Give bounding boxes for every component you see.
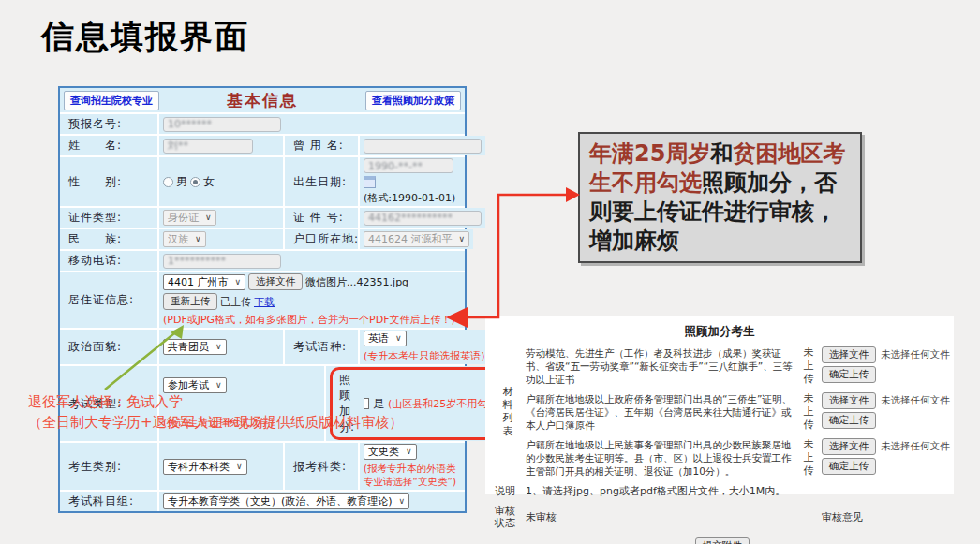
birth-input[interactable]: 1990-**-** [364, 158, 453, 173]
view-bonus-policy-button[interactable]: 查看照顾加分政策 [365, 91, 461, 110]
gender-female-radio[interactable] [190, 177, 200, 187]
language-select[interactable]: 英语∨ [364, 331, 407, 346]
id-no-cell: 44162********** [360, 208, 485, 228]
row-ethnic-household: 民 族: 汉族∨ 户口所在地: 441624 河源和平∨ [60, 229, 465, 249]
gender-male-radio[interactable] [163, 177, 173, 187]
choose-file-button[interactable]: 选择文件 [822, 346, 876, 363]
id-type-cell: 身份证∨ [159, 208, 283, 228]
row-gender-birth: 性 别: 男 女 出生日期: 1990-**-** (格式:1990-01-01… [60, 157, 465, 206]
material-row-status: 未上传 [800, 392, 817, 432]
residence-choose-file-button[interactable]: 选择文件 [248, 273, 303, 290]
materials-grid: 材料列表 劳动模范、先进生产（工作）者及科技进步（成果）奖获证书、省级“五一劳动… [495, 346, 944, 544]
id-type-label: 证件类型: [60, 208, 157, 228]
political-label: 政治面貌: [60, 330, 157, 364]
exam-group-select[interactable]: 专升本教育学类（文史）(政治、外语、教育理论)∨ [163, 493, 409, 509]
material-row-text: 户籍所在地地级以上民族事务管理部门出具的少数民族聚居地的少数民族考生证明等。县（… [526, 438, 795, 478]
subject-cat-cell: 文史类∨ (报考专升本的外语类专业请选择“文史类”) [360, 443, 465, 490]
language-note: (专升本考生只能选报英语) [364, 349, 485, 363]
material-row-status: 未上传 [800, 438, 817, 478]
chevron-down-icon: ∨ [406, 448, 412, 456]
birth-label: 出生日期: [285, 157, 358, 206]
veteran-note: 退役军人选择：免试入学 （全日制大专学历+退役军人证+现场提供纸质版材料审核） [28, 391, 403, 433]
choose-file-button[interactable]: 选择文件 [822, 438, 876, 455]
material-row-upload: 选择文件 未选择任何文件 确定上传 [822, 438, 950, 478]
mobile-label: 移动电话: [60, 251, 157, 271]
form-rows: 预报名号: 10****** 姓 名: 刘** 曾 用 名: 性 别: [60, 114, 465, 511]
chevron-down-icon: ∨ [235, 278, 242, 287]
residence-cell: 4401 广州市∨ 选择文件 微信图片...42351.jpg 重新上传 已上传… [159, 272, 465, 328]
callout-red-segment: 年满25周岁 [589, 140, 710, 167]
audit-status-label: 审核状态 [495, 505, 521, 529]
ethnic-cell: 汉族∨ [159, 229, 283, 249]
material-row-upload: 选择文件 未选择任何文件 确定上传 [822, 392, 950, 432]
form-title: 基本信息 [159, 90, 365, 111]
mobile-cell: 1********** [159, 251, 465, 271]
materials-note-label: 说明 [495, 484, 521, 498]
no-file-text: 未选择任何文件 [881, 394, 950, 407]
chevron-down-icon: ∨ [195, 235, 201, 243]
mobile-input[interactable]: 1********** [163, 254, 281, 269]
row-name: 姓 名: 刘** 曾 用 名: [60, 136, 465, 155]
candidate-cat-select[interactable]: 专科升本科类∨ [163, 459, 247, 475]
exam-group-label: 考试科目组: [60, 492, 157, 511]
birth-format-note: (格式:1990-01-01) [364, 191, 455, 205]
callout-black-segment: 和 [710, 140, 733, 167]
birth-cell: 1990-**-** (格式:1990-01-01) [360, 157, 465, 206]
former-name-label: 曾 用 名: [285, 136, 358, 155]
pre-reg-no-input[interactable]: 10****** [163, 117, 281, 132]
material-row-text: 劳动模范、先进生产（工作）者及科技进步（成果）奖获证书、省级“五一劳动奖章”“新… [526, 346, 795, 386]
gender-cell: 男 女 [159, 157, 283, 206]
confirm-upload-button[interactable]: 确定上传 [822, 366, 876, 383]
residence-label: 居住证信息: [60, 272, 157, 328]
confirm-upload-button[interactable]: 确定上传 [822, 412, 876, 429]
id-no-label: 证 件 号: [285, 208, 358, 228]
language-cell: 英语∨ (专升本考生只能选报英语) [360, 330, 489, 364]
household-select[interactable]: 441624 河源和平∨ [364, 231, 469, 247]
subject-cat-note: (报考专升本的外语类专业请选择“文史类”) [364, 463, 461, 489]
chevron-down-icon: ∨ [395, 334, 402, 343]
row-pre-reg-no: 预报名号: 10****** [60, 114, 465, 134]
candidate-cat-label: 考生类别: [60, 443, 157, 490]
gender-male-label: 男 [176, 174, 187, 190]
political-cell: 共青团员∨ [159, 330, 283, 364]
gender-female-label: 女 [203, 174, 215, 190]
name-cell: 刘** [159, 136, 283, 155]
row-candidate-subject: 考生类别: 专科升本科类∨ 报考科类: 文史类∨ (报考专升本的外语类专业请选择… [60, 443, 465, 490]
subject-cat-label: 报考科类: [285, 443, 358, 490]
former-name-input[interactable] [364, 139, 482, 154]
pre-reg-no-label: 预报名号: [60, 114, 157, 134]
gender-label: 性 别: [60, 157, 157, 206]
residence-city-select[interactable]: 4401 广州市∨ [163, 274, 245, 290]
political-select[interactable]: 共青团员∨ [163, 339, 227, 355]
materials-side-label: 材料列表 [495, 346, 521, 478]
subject-cat-select[interactable]: 文史类∨ [364, 444, 417, 460]
confirm-upload-button[interactable]: 确定上传 [822, 458, 876, 475]
calendar-icon[interactable] [364, 176, 376, 188]
material-row-text: 户籍所在地地级以上政府侨务管理部门出具的“三侨生”证明、《台湾居民居住证》、五年… [526, 392, 795, 432]
submit-row: 提交附件 [495, 537, 950, 544]
material-row-status: 未上传 [800, 346, 817, 386]
bonus-panel-title: 照顾加分考生 [495, 324, 944, 340]
row-exam-group: 考试科目组: 专升本教育学类（文史）(政治、外语、教育理论)∨ [60, 492, 465, 511]
name-input[interactable]: 刘** [163, 139, 253, 154]
chevron-down-icon: ∨ [399, 497, 406, 506]
page-title: 信息填报界面 [41, 15, 249, 59]
chevron-down-icon: ∨ [236, 463, 243, 471]
former-name-cell [360, 136, 485, 155]
id-no-input[interactable]: 44162********** [364, 211, 482, 226]
residence-reupload-button[interactable]: 重新上传 [163, 293, 217, 310]
exam-group-cell: 专升本教育学类（文史）(政治、外语、教育理论)∨ [159, 492, 465, 511]
id-type-select[interactable]: 身份证∨ [163, 210, 216, 226]
name-label: 姓 名: [60, 136, 157, 155]
choose-file-button[interactable]: 选择文件 [822, 392, 876, 409]
candidate-cat-cell: 专科升本科类∨ [159, 443, 283, 490]
residence-file-name: 微信图片...42351.jpg [305, 275, 408, 289]
submit-attachment-button[interactable]: 提交附件 [695, 537, 750, 544]
material-row-upload: 选择文件 未选择任何文件 确定上传 [822, 346, 950, 386]
household-cell: 441624 河源和平∨ [360, 229, 473, 249]
ethnic-select[interactable]: 汉族∨ [163, 231, 206, 247]
row-mobile: 移动电话: 1********** [60, 251, 465, 271]
query-colleges-button[interactable]: 查询招生院校专业 [64, 91, 159, 110]
residence-download-link[interactable]: 下载 [254, 295, 275, 309]
chevron-down-icon: ∨ [205, 213, 212, 222]
